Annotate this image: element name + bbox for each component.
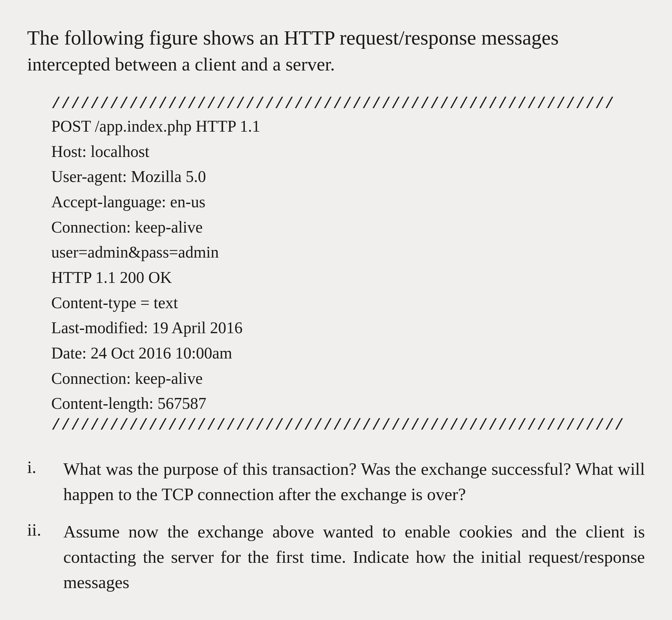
code-divider-top: ////////////////////////////////////////… [51, 95, 645, 114]
code-line-3: User-agent: Mozilla 5.0 [51, 164, 645, 190]
intro-paragraph: The following figure shows an HTTP reque… [27, 24, 645, 77]
code-line-12: Content-length: 567587 [51, 391, 645, 416]
intro-subtitle-line: intercepted between a client and a serve… [27, 54, 335, 74]
code-line-9: Last-modified: 19 April 2016 [51, 315, 645, 341]
questions-section: i. What was the purpose of this transact… [27, 456, 645, 595]
code-line-1: POST /app.index.php HTTP 1.1 [51, 114, 645, 139]
question-text-1: What was the purpose of this transaction… [63, 456, 645, 507]
question-number-1: i. [27, 456, 51, 477]
question-item-2: ii. Assume now the exchange above wanted… [27, 519, 645, 595]
code-line-4: Accept-language: en-us [51, 190, 645, 215]
code-divider-bottom: ////////////////////////////////////////… [51, 416, 645, 435]
code-line-6: user=admin&pass=admin [51, 240, 645, 265]
question-number-2: ii. [27, 519, 51, 540]
code-line-2: Host: localhost [51, 139, 645, 164]
page-container: The following figure shows an HTTP reque… [0, 0, 672, 620]
code-line-5: Connection: keep-alive [51, 215, 645, 240]
code-line-10: Date: 24 Oct 2016 10:00am [51, 341, 645, 366]
question-item-1: i. What was the purpose of this transact… [27, 456, 645, 507]
intro-title-line: The following figure shows an HTTP reque… [27, 24, 645, 52]
code-block: ////////////////////////////////////////… [51, 95, 645, 435]
question-text-2: Assume now the exchange above wanted to … [63, 519, 645, 595]
code-line-7: HTTP 1.1 200 OK [51, 265, 645, 291]
code-line-8: Content-type = text [51, 291, 645, 316]
code-line-11: Connection: keep-alive [51, 366, 645, 391]
